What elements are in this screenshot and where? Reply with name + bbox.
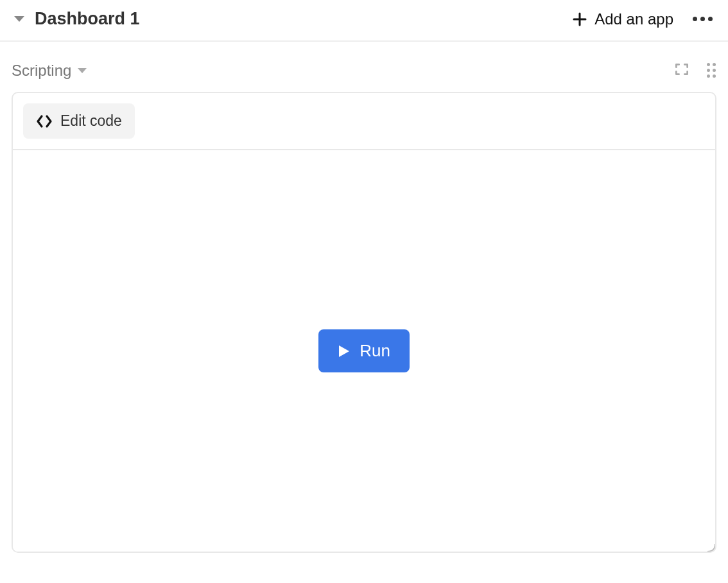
scripting-panel: Edit code Run	[12, 92, 716, 553]
panel-toolbar: Edit code	[13, 93, 715, 150]
expand-icon[interactable]	[673, 61, 690, 80]
code-icon	[36, 114, 53, 128]
edit-code-button[interactable]: Edit code	[23, 103, 135, 139]
svg-marker-2	[339, 345, 349, 357]
play-icon	[338, 344, 351, 358]
run-button[interactable]: Run	[318, 329, 410, 372]
more-menu-button[interactable]	[691, 13, 714, 25]
plus-icon	[573, 12, 587, 26]
dot-icon	[700, 17, 705, 21]
subheader-right	[673, 61, 716, 80]
header-right: Add an app	[573, 10, 714, 28]
resize-handle[interactable]	[704, 540, 715, 552]
dashboard-header: Dashboard 1 Add an app	[0, 0, 728, 42]
drag-handle-icon[interactable]	[707, 63, 716, 78]
scripting-label-text: Scripting	[12, 62, 71, 80]
add-app-button[interactable]: Add an app	[573, 10, 673, 28]
run-label: Run	[360, 341, 390, 361]
scripting-dropdown[interactable]: Scripting	[12, 62, 87, 80]
panel-subheader: Scripting	[0, 42, 728, 92]
dot-icon	[708, 17, 713, 21]
collapse-toggle-icon[interactable]	[14, 16, 24, 22]
add-app-label: Add an app	[594, 10, 673, 28]
dot-icon	[693, 17, 697, 21]
edit-code-label: Edit code	[60, 112, 122, 130]
caret-down-icon	[78, 68, 87, 73]
dashboard-title[interactable]: Dashboard 1	[35, 9, 140, 29]
panel-body: Run	[13, 150, 715, 552]
header-left: Dashboard 1	[14, 9, 140, 29]
